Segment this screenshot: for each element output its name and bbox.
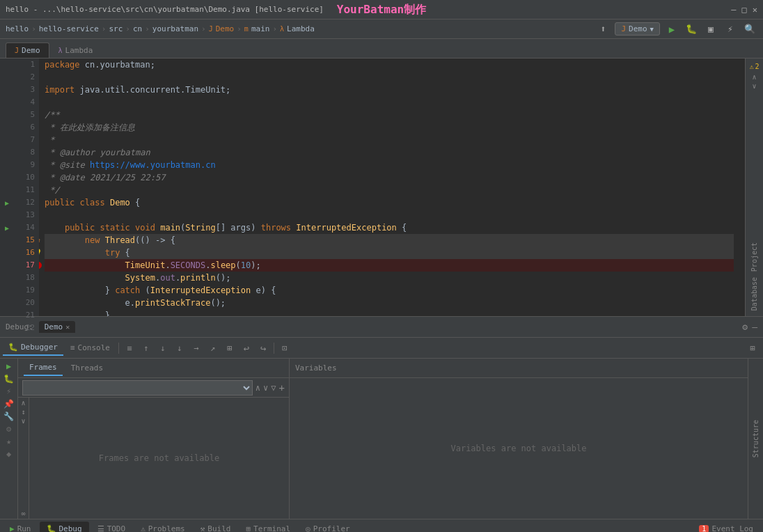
tab-terminal[interactable]: ⊞ Terminal: [239, 522, 297, 532]
maximize-button[interactable]: □: [742, 5, 747, 15]
run-config-button[interactable]: J Demo ▼: [615, 22, 660, 36]
tab-event-log[interactable]: 1 Event Log: [692, 522, 760, 532]
console-tab[interactable]: ≡ Console: [65, 341, 116, 355]
debug-button[interactable]: 🐛: [684, 22, 699, 37]
frames-up-icon[interactable]: ∧: [255, 383, 260, 393]
breadcrumb-hello[interactable]: hello: [6, 24, 29, 33]
toolbar-right: ⬆ J Demo ▼ ▶ 🐛 ▣ ⚡ 🔍: [595, 22, 757, 37]
debug-btn-extra[interactable]: ⊞: [745, 341, 760, 356]
debug-icon-star[interactable]: ★: [6, 437, 11, 446]
debug-icon-profile[interactable]: ⚡: [6, 386, 11, 396]
debug-icon-diamond[interactable]: ◆: [6, 449, 11, 459]
debug-icon-settings2[interactable]: 🔧: [3, 412, 14, 421]
code-line-5: /**: [45, 109, 734, 121]
tab-problems[interactable]: ⚠ Problems: [134, 522, 192, 532]
debug-btn-step-into2[interactable]: ↓: [172, 341, 187, 356]
minimize-button[interactable]: —: [731, 5, 736, 15]
scroll-up-icon[interactable]: ∧: [752, 73, 756, 81]
frames-scroll-area: ∧ ↕ ∨ ∞: [18, 398, 29, 519]
tab-debug[interactable]: 🐛 Debug: [40, 522, 89, 532]
breadcrumb-cn[interactable]: cn: [133, 24, 142, 33]
line-numbers: 1 2 3 4 5 6 7 8 9 10 11 12 13 14 15 16 1…: [14, 58, 39, 316]
coverage-button[interactable]: ▣: [703, 22, 718, 37]
scroll-icon-vert[interactable]: ↕: [21, 408, 25, 416]
debug-btn-settings[interactable]: ≡: [122, 341, 137, 356]
code-line-19: } catch (InterruptedException e) {: [45, 284, 734, 297]
editor-area: ▶ ▶ 1 2 3 4 5 6 7 8 9 10 11 12 13 14 15 …: [0, 58, 763, 316]
frames-content: Frames are not available: [29, 398, 289, 519]
debug-btn-run-cursor[interactable]: ↗: [205, 341, 221, 356]
debug-icon-gear2[interactable]: ⚙: [6, 424, 11, 434]
project-label[interactable]: Project: [749, 240, 760, 274]
code-line-3: import java.util.concurrent.TimeUnit;: [45, 84, 734, 96]
scroll-icon-up[interactable]: ∧: [21, 399, 25, 407]
code-line-21: }: [45, 309, 734, 316]
frames-empty-message: Frames are not available: [99, 453, 219, 463]
console-icon: ≡: [70, 343, 75, 352]
debug-panel: Debug: Demo ✕ ⚙ — 🐛 Debugger ≡ Console ≡…: [0, 316, 763, 519]
debug-icon-run[interactable]: ▶: [6, 361, 11, 371]
frames-toolbar: ∧ ∨ ▽ +: [18, 378, 289, 398]
tab-run[interactable]: ▶ Run: [3, 522, 38, 532]
threads-subtab[interactable]: Threads: [65, 361, 109, 375]
tab-profiler[interactable]: ◎ Profiler: [299, 522, 357, 532]
frames-subtab[interactable]: Frames: [24, 360, 63, 376]
variables-header-bar: Variables: [290, 359, 748, 378]
debug-btn-fwd[interactable]: ↪: [255, 341, 271, 356]
debug-icon-debug[interactable]: 🐛: [3, 374, 14, 384]
debug-minimize-icon[interactable]: —: [752, 322, 757, 332]
debug-left-icons: ▶ 🐛 ⚡ 📌 🔧 ⚙ ★ ◆: [0, 359, 18, 519]
code-line-10: * @date 2021/1/25 22:57: [45, 171, 734, 184]
debug-tab[interactable]: Demo ✕: [39, 321, 76, 333]
tab-demo[interactable]: J Demo: [6, 42, 49, 58]
breadcrumb-hello-service[interactable]: hello-service: [39, 24, 99, 33]
tab-lambda[interactable]: λ Lambda: [49, 42, 102, 58]
scroll-icon-inf[interactable]: ∞: [21, 510, 25, 517]
code-line-11: */: [45, 184, 734, 196]
breadcrumb-lambda[interactable]: λ Lambda: [280, 24, 315, 33]
run-gutter-14[interactable]: ▶: [0, 221, 14, 234]
debug-btn-eval[interactable]: ⊞: [222, 341, 237, 356]
debug-btn-back[interactable]: ↩: [239, 341, 254, 356]
debug-settings-icon[interactable]: ⚙: [742, 322, 748, 332]
tab-todo[interactable]: ☰ TODO: [91, 522, 133, 532]
title-bar: hello - ...\hello-service\src\cn\yourbat…: [0, 0, 763, 19]
tab-build[interactable]: ⚒ Build: [194, 522, 238, 532]
window-controls: — □ ✕: [731, 5, 757, 15]
debug-body: ▶ 🐛 ⚡ 📌 🔧 ⚙ ★ ◆ Frames Threads ∧ ∨ ▽ +: [0, 359, 763, 519]
frames-add-icon[interactable]: +: [279, 382, 285, 393]
frames-filter-icon[interactable]: ▽: [271, 383, 276, 393]
frames-down-icon[interactable]: ∨: [263, 383, 268, 393]
close-button[interactable]: ✕: [753, 5, 757, 15]
navigation-icon[interactable]: ⬆: [595, 22, 611, 37]
code-line-20: e.printStackTrace();: [45, 297, 734, 309]
scroll-down-icon[interactable]: ∨: [752, 82, 756, 90]
search-button[interactable]: 🔍: [742, 22, 757, 37]
code-line-14: public static void main(String[] args) t…: [45, 221, 734, 234]
run-gutter-12[interactable]: ▶: [0, 196, 14, 209]
breadcrumb-demo[interactable]: J Demo: [209, 24, 235, 33]
debug-btn-step-out[interactable]: →: [189, 341, 204, 356]
breadcrumb-main[interactable]: m main: [244, 24, 270, 33]
database-label[interactable]: Database: [749, 274, 760, 313]
code-line-17: TimeUnit.SECONDS.sleep(10);: [45, 259, 734, 272]
scroll-icon-down[interactable]: ∨: [21, 417, 25, 425]
frames-dropdown[interactable]: [22, 380, 253, 396]
editor-tabs: J Demo λ Lambda: [0, 39, 763, 58]
debug-btn-layout[interactable]: ⊡: [277, 341, 292, 356]
debugger-tab[interactable]: 🐛 Debugger: [3, 340, 63, 356]
debug-btn-step-into[interactable]: ↓: [155, 341, 171, 356]
structure-right-label[interactable]: Structure: [748, 359, 763, 519]
debug-icon-bookmark[interactable]: 📌: [3, 399, 14, 409]
breadcrumb-yourbatman[interactable]: yourbatman: [152, 24, 198, 33]
event-log-label: Event Log: [711, 524, 753, 532]
code-editor[interactable]: package cn.yourbatman; import java.util.…: [39, 58, 763, 316]
more-button[interactable]: ⚡: [723, 22, 738, 37]
breadcrumb-src[interactable]: src: [109, 24, 123, 33]
debug-tab-close-icon[interactable]: ✕: [65, 323, 70, 331]
debug-subtabs: Frames Threads: [18, 359, 289, 378]
warning-icon: ⚠: [749, 63, 753, 70]
debug-tab-label: Demo: [45, 322, 63, 331]
run-button[interactable]: ▶: [664, 22, 679, 37]
debug-btn-step-over[interactable]: ↑: [139, 341, 154, 356]
